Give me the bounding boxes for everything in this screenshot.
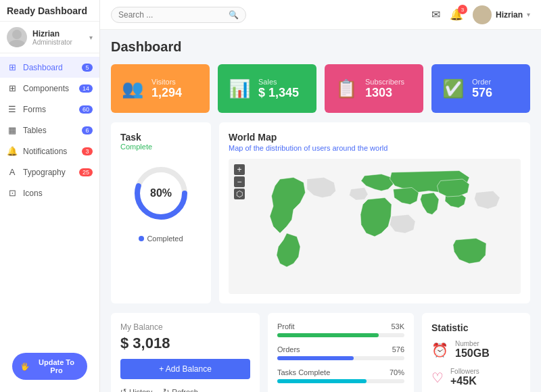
profit-row-orders: Orders 576 bbox=[277, 345, 404, 360]
map-zoom-out[interactable]: − bbox=[234, 176, 245, 187]
map-controls: + − ⬡ bbox=[234, 164, 245, 199]
history-button[interactable]: ↺ History bbox=[120, 387, 152, 392]
sidebar-item-components[interactable]: ⊞ Components 14 bbox=[0, 78, 99, 99]
username: Hizrian bbox=[32, 29, 89, 39]
order-icon: ✅ bbox=[442, 78, 464, 99]
stat-label: Subscribers bbox=[365, 78, 404, 86]
donut-label: 80% bbox=[150, 187, 172, 199]
visitors-icon: 👥 bbox=[122, 78, 143, 99]
clock-icon: ⏰ bbox=[431, 342, 448, 358]
sidebar-user[interactable]: Hizrian Administrator ▾ bbox=[0, 22, 99, 53]
stat-value: $ 1,345 bbox=[258, 86, 299, 100]
sidebar-nav: ⊞ Dashboard 5 ⊞ Components 14 ☰ Forms 60… bbox=[0, 53, 99, 341]
profit-bar-track bbox=[277, 356, 404, 360]
profit-label: Tasks Complete bbox=[277, 368, 330, 376]
balance-actions: ↺ History ↻ Refresh bbox=[120, 387, 250, 392]
bell-icon: 🔔 bbox=[7, 146, 18, 156]
upgrade-icon: 🖐 bbox=[20, 362, 30, 371]
profit-row-tasks: Tasks Complete 70% bbox=[277, 368, 404, 383]
stat-card-sales: 📊 Sales $ 1,345 bbox=[218, 64, 316, 113]
map-zoom-in[interactable]: + bbox=[234, 164, 245, 175]
sidebar-item-typography[interactable]: A Typography 25 bbox=[0, 162, 99, 182]
stat-label: Order bbox=[472, 78, 492, 86]
upgrade-section: 🖐 Update To Pro bbox=[5, 346, 94, 387]
profit-value: 53K bbox=[391, 322, 404, 330]
app-title: Ready Dashboard bbox=[7, 5, 87, 16]
svg-point-1 bbox=[9, 40, 25, 47]
profit-bar-track bbox=[277, 379, 404, 383]
stat-value: 1,294 bbox=[151, 86, 182, 100]
donut-chart: 80% bbox=[131, 163, 191, 224]
heart-icon: ♡ bbox=[431, 370, 444, 386]
stat-card-visitors: 👥 Visitors 1,294 bbox=[111, 64, 210, 113]
task-completed: Completed bbox=[139, 235, 183, 243]
sidebar: Ready Dashboard Hizrian Administrator ▾ … bbox=[0, 0, 100, 392]
user-role: Administrator bbox=[32, 39, 89, 46]
user-info: Hizrian Administrator bbox=[32, 29, 89, 46]
profit-bar-fill bbox=[277, 333, 379, 337]
stat-item-label: Number bbox=[455, 340, 490, 347]
sidebar-item-forms[interactable]: ☰ Forms 60 bbox=[0, 99, 99, 120]
chevron-icon: ▾ bbox=[89, 34, 93, 41]
task-widget: Task Complete 80% Completed bbox=[111, 122, 211, 303]
topbar-avatar bbox=[473, 5, 492, 24]
sidebar-item-icons[interactable]: ⊡ Icons bbox=[0, 182, 99, 203]
tables-icon: ▦ bbox=[7, 125, 18, 135]
stat-cards: 👥 Visitors 1,294 📊 Sales $ 1,345 📋 Subsc… bbox=[111, 64, 530, 113]
stat-value: 576 bbox=[472, 86, 492, 100]
chevron-down-icon: ▾ bbox=[527, 11, 530, 18]
completed-dot bbox=[139, 236, 144, 241]
forms-icon: ☰ bbox=[7, 104, 18, 114]
completed-label: Completed bbox=[147, 235, 183, 243]
profit-bar-fill bbox=[277, 379, 367, 383]
map-subtitle: Map of the distribution of users around … bbox=[229, 144, 521, 152]
sidebar-item-label: Components bbox=[23, 84, 79, 93]
stat-item-number: ⏰ Number 150GB bbox=[431, 340, 521, 360]
upgrade-button[interactable]: 🖐 Update To Pro bbox=[12, 353, 87, 380]
map-widget: World Map Map of the distribution of use… bbox=[219, 122, 530, 303]
search-box[interactable]: 🔍 bbox=[111, 7, 246, 23]
topbar: 🔍 ✉ 🔔 3 Hizrian ▾ bbox=[100, 0, 541, 30]
refresh-button[interactable]: ↻ Refresh bbox=[163, 387, 198, 392]
nav-badge: 14 bbox=[79, 84, 93, 93]
balance-value: $ 3,018 bbox=[120, 335, 250, 352]
app-logo: Ready Dashboard bbox=[0, 0, 99, 22]
search-input[interactable] bbox=[118, 10, 229, 20]
lower-row: My Balance $ 3,018 + Add Balance ↺ Histo… bbox=[111, 313, 530, 392]
nav-badge: 5 bbox=[82, 64, 93, 72]
mail-icon[interactable]: ✉ bbox=[431, 8, 440, 21]
stat-label: Visitors bbox=[151, 78, 182, 86]
world-map: + − ⬡ bbox=[229, 159, 521, 294]
profit-widget: Profit 53K Orders 576 bbox=[268, 313, 414, 392]
stat-value: 1303 bbox=[365, 86, 404, 100]
balance-label: My Balance bbox=[120, 322, 250, 332]
topbar-user[interactable]: Hizrian ▾ bbox=[473, 5, 530, 24]
svg-point-0 bbox=[12, 30, 22, 39]
bell-icon[interactable]: 🔔 3 bbox=[450, 8, 463, 21]
components-icon: ⊞ bbox=[7, 83, 18, 93]
map-reset[interactable]: ⬡ bbox=[234, 189, 245, 199]
stat-item-value: 150GB bbox=[455, 347, 490, 360]
subscribers-icon: 📋 bbox=[335, 78, 357, 99]
map-title: World Map bbox=[229, 132, 521, 143]
main-area: 🔍 ✉ 🔔 3 Hizrian ▾ Dashboard 👥 Visitors bbox=[100, 0, 541, 392]
history-label: History bbox=[129, 388, 152, 393]
profit-value: 576 bbox=[392, 345, 404, 353]
typography-icon: A bbox=[7, 167, 18, 177]
sidebar-item-tables[interactable]: ▦ Tables 6 bbox=[0, 120, 99, 141]
profit-value: 70% bbox=[390, 368, 404, 376]
statistic-title: Statistic bbox=[431, 322, 521, 333]
stat-card-order: ✅ Order 576 bbox=[431, 64, 530, 113]
topbar-icons: ✉ 🔔 3 Hizrian ▾ bbox=[431, 5, 530, 24]
add-balance-button[interactable]: + Add Balance bbox=[120, 359, 250, 379]
profit-label: Profit bbox=[277, 322, 295, 330]
nav-badge: 6 bbox=[82, 126, 93, 134]
sidebar-item-dashboard[interactable]: ⊞ Dashboard 5 bbox=[0, 57, 99, 78]
upgrade-label: Update To Pro bbox=[34, 358, 79, 374]
sidebar-item-notifications[interactable]: 🔔 Notifications 3 bbox=[0, 141, 99, 162]
icons-icon: ⊡ bbox=[7, 188, 18, 198]
content-area: Dashboard 👥 Visitors 1,294 📊 Sales $ 1,3… bbox=[100, 30, 541, 392]
sidebar-item-label: Dashboard bbox=[23, 63, 82, 72]
sales-icon: 📊 bbox=[229, 78, 250, 99]
stat-item-followers: ♡ Followers +45K bbox=[431, 368, 521, 387]
